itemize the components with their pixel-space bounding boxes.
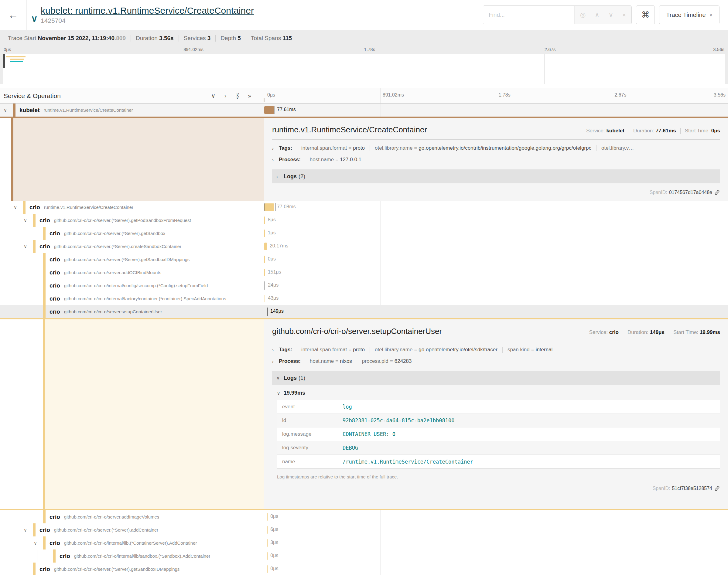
span-name-cell[interactable]: crio github.com/cri-o/cri-o/internal/lib… [0,549,264,563]
chevron-right-icon: › [272,359,279,364]
timeline-cell: 0μs [264,549,728,563]
process-item: host.name=nixos [305,358,357,364]
timeline-cell: 24μs [264,279,728,292]
trace-view-dropdown[interactable]: Trace Timeline ∨ [659,5,720,24]
service-name: crio [49,230,60,237]
span-bar[interactable] [264,256,265,263]
top-header: ← ∨ kubelet: runtime.v1.RuntimeService/C… [0,0,728,30]
chevron-down-icon[interactable]: ∨ [24,218,33,223]
back-button[interactable]: ← [0,0,27,30]
span-name-cell[interactable]: crio github.com/cri-o/cri-o/server.setup… [0,305,264,318]
tags-label: Tags: [279,145,292,151]
span-name-cell[interactable]: ∨ crio github.com/cri-o/cri-o/server.(*S… [0,240,264,253]
operation-name: github.com/cri-o/cri-o/internal/config/s… [64,283,208,288]
span-bar[interactable] [264,243,267,250]
log-field-value: log [342,404,352,410]
span-bar[interactable] [267,552,268,560]
span-duration-label: 77.08ms [277,204,296,209]
chevron-down-icon: ∨ [277,391,284,396]
service-name: crio [39,217,50,224]
span-bar[interactable] [264,216,265,224]
span-color-strip [33,214,36,227]
span-bar[interactable] [267,539,268,547]
log-field-row: event log [277,400,720,414]
span-name-cell[interactable]: ∨ crio github.com/cri-o/cri-o/server.(*S… [0,214,264,227]
copy-link-icon[interactable] [714,485,720,492]
tag-item: otel.library.name=go.opentelemetry.io/ot… [370,347,503,353]
span-bar[interactable] [264,106,274,114]
find-input[interactable] [483,6,574,24]
span-duration-label: 0μs [268,256,276,262]
tags-label: Tags: [279,347,292,353]
chevron-down-icon[interactable]: ∨ [4,107,13,113]
trace-title-link[interactable]: kubelet: runtime.v1.RuntimeService/Creat… [41,5,254,16]
operation-name: github.com/cri-o/cri-o/server.addOCIBind… [64,270,161,275]
collapse-all-icon[interactable]: ∨∨ [235,93,239,99]
log-entry-header[interactable]: ∨ 19.99ms [277,390,720,396]
span-duration-label: 3μs [270,540,278,545]
span-detail-panel-setupcontaineruser: github.com/cri-o/cri-o/server.setupConta… [0,318,728,510]
clear-search-icon[interactable]: × [622,11,626,19]
span-bar[interactable] [267,513,268,521]
trace-total-spans: Total Spans 115 [246,35,297,42]
span-name-cell[interactable]: crio github.com/cri-o/cri-o/server.addIm… [0,510,264,523]
span-row: crio github.com/cri-o/cri-o/server.(*Ser… [0,563,728,575]
chevron-down-icon[interactable]: ∨ [24,527,33,533]
expand-one-icon[interactable]: › [225,93,226,99]
tags-row[interactable]: › Tags: internal.span.format=proto otel.… [272,347,720,353]
log-field-key: log.severity [277,445,342,451]
span-bar[interactable] [267,526,268,534]
span-name-cell[interactable]: ∨ crio github.com/cri-o/cri-o/internal/l… [0,536,264,549]
span-name-cell[interactable]: crio github.com/cri-o/cri-o/internal/con… [0,279,264,292]
process-row[interactable]: › Process: host.name=127.0.0.1 [272,157,720,163]
span-color-strip [43,253,45,266]
detail-left-gutter [0,319,264,509]
operation-name: runtime.v1.RuntimeService/CreateContaine… [44,205,133,210]
span-name-cell[interactable]: crio github.com/cri-o/cri-o/server.(*Ser… [0,563,264,575]
span-bar[interactable] [264,269,265,276]
span-bar[interactable] [264,230,265,237]
trace-minimap[interactable] [3,54,725,84]
find-tools: ◎ ∧ ∨ × [574,6,631,24]
chevron-down-icon[interactable]: ∨ [34,540,43,546]
trace-start: Trace Start November 15 2022, 11:19:40.8… [3,35,131,42]
collapse-trace-chevron-icon[interactable]: ∨ [31,13,38,24]
span-name-cell[interactable]: crio github.com/cri-o/cri-o/server.(*Ser… [0,253,264,266]
logs-accordion[interactable]: › Logs (2) [272,169,720,183]
span-bar[interactable] [267,565,268,573]
locate-icon[interactable]: ◎ [580,11,586,19]
span-bar[interactable] [265,295,265,302]
span-name-cell[interactable]: ∨ crio github.com/cri-o/cri-o/server.(*S… [0,523,264,536]
minimap-range-handle[interactable] [3,54,5,68]
log-field-row: id 92b82381-025c-4a64-815c-ba2e1bb08100 [277,414,720,428]
copy-link-icon[interactable] [714,190,720,196]
span-name-cell[interactable]: crio github.com/cri-o/cri-o/internal/fac… [0,292,264,305]
collapse-one-icon[interactable]: ∨ [211,92,215,99]
tags-row[interactable]: › Tags: internal.span.format=proto otel.… [272,145,720,151]
service-name: crio [49,514,60,520]
process-row[interactable]: › Process: host.name=nixos process.pid=6… [272,358,720,364]
timeline-cell: 77.08ms [264,201,728,214]
prev-result-icon[interactable]: ∧ [595,11,599,19]
back-arrow-icon: ← [8,9,19,21]
span-name-cell[interactable]: crio github.com/cri-o/cri-o/server.(*Ser… [0,227,264,240]
spanid-value: 0174567d17a0448e [669,190,712,195]
detail-meta: Service: kubelet Duration: 77.61ms Start… [582,128,720,134]
span-color-strip [23,201,26,214]
span-name-cell[interactable]: ∨ crio runtime.v1.RuntimeService/CreateC… [0,201,264,214]
minimap-span-crio [10,59,24,60]
keyboard-shortcuts-button[interactable]: ⌘ [636,5,655,24]
minimap-span-teal [10,61,23,62]
span-name-cell[interactable]: crio github.com/cri-o/cri-o/server.addOC… [0,266,264,279]
chevron-down-icon[interactable]: ∨ [24,244,33,249]
tag-item: otel.library.v… [596,145,642,151]
span-bar[interactable] [264,203,274,211]
expand-all-icon[interactable]: » [248,93,251,99]
next-result-icon[interactable]: ∨ [609,11,613,19]
logs-accordion[interactable]: ∨ Logs (1) [272,371,720,385]
chevron-down-icon[interactable]: ∨ [14,205,23,210]
chevron-down-icon: ∨ [276,375,284,381]
operation-name: github.com/cri-o/cri-o/internal/lib.(*Co… [64,540,197,546]
span-name-cell[interactable]: ∨ kubelet runtime.v1.RuntimeService/Crea… [0,104,264,116]
log-field-value: 92b82381-025c-4a64-815c-ba2e1bb08100 [342,417,454,424]
